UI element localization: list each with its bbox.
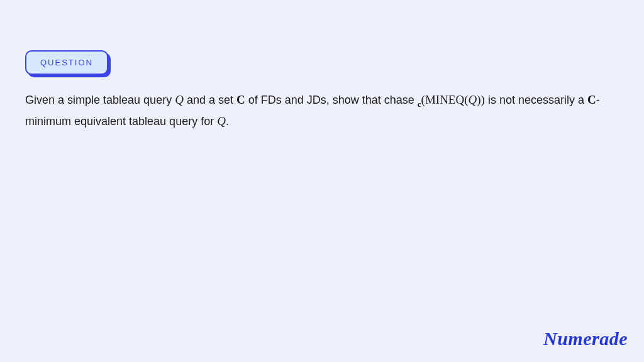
badge-label: QUESTION [25,50,108,75]
text-segment: and a set [184,94,236,106]
text-segment: Given a simple tableau query [25,94,175,106]
math-C: C [587,93,596,106]
math-Q: Q [175,93,184,106]
text-segment: of FDs and JDs, show that chase [245,94,418,106]
question-badge: QUESTION [25,50,108,75]
math-Q: Q [469,93,477,106]
text-segment: is not necessarily a [485,94,587,106]
text-segment: minimum equivalent tableau query for [25,115,217,128]
content-area: QUESTION Given a simple tableau query Q … [25,50,619,131]
brand-logo: Numerade [543,328,628,349]
math-mineq: MINEQ [425,93,464,106]
math-paren: )) [477,93,485,106]
brand-logo-text: Numerade [543,328,628,349]
text-segment: - [596,94,600,106]
math-C: C [236,93,245,106]
text-segment: . [226,115,229,128]
math-Q: Q [217,114,226,128]
question-text: Given a simple tableau query Q and a set… [25,90,619,131]
